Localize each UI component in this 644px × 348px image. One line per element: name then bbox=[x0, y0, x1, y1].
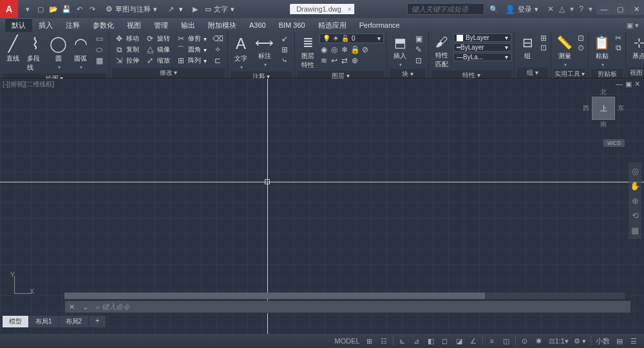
measure-button[interactable]: 📏测量▾ bbox=[554, 34, 575, 69]
layer-freeze-icon[interactable]: ❄ bbox=[340, 45, 349, 54]
new-icon[interactable]: ▢ bbox=[35, 3, 46, 15]
explode-button[interactable]: ✧ bbox=[211, 44, 225, 55]
ungroup-icon[interactable]: ⊞ bbox=[539, 34, 548, 43]
stretch-button[interactable]: ⇲拉伸 bbox=[112, 55, 142, 66]
steering-wheel-icon[interactable]: ◎ bbox=[632, 166, 639, 176]
mleader-button[interactable]: ⤷ bbox=[278, 55, 292, 66]
tab-add[interactable]: + bbox=[89, 316, 106, 327]
snap-toggle[interactable]: ☷ bbox=[377, 335, 390, 347]
3dosnap-toggle[interactable]: ◪ bbox=[453, 335, 466, 347]
cut-icon[interactable]: ✂ bbox=[614, 34, 623, 43]
viewcube-east[interactable]: 东 bbox=[618, 104, 624, 113]
annotation-scale[interactable]: ⚖ 1:1 ▾ bbox=[547, 335, 571, 347]
block-create-button[interactable]: ▣ bbox=[412, 34, 426, 44]
command-input[interactable]: ▹ 键入命令 bbox=[92, 302, 630, 312]
tab-output[interactable]: 输出 bbox=[175, 19, 202, 32]
polyline-button[interactable]: ⌇多段线 bbox=[24, 34, 47, 73]
quick-properties-toggle[interactable]: ▤ bbox=[613, 335, 626, 347]
paste-button[interactable]: 📋粘贴▾ bbox=[591, 34, 612, 69]
command-line[interactable]: ✕ ⌄ ▹ 键入命令 bbox=[64, 300, 631, 313]
isodraft-toggle[interactable]: ◧ bbox=[424, 335, 437, 347]
ellipse-button[interactable]: ⬭ bbox=[92, 44, 106, 55]
insert-block-button[interactable]: ⬒插入▾ bbox=[390, 34, 410, 69]
grid-toggle[interactable]: ⊞ bbox=[363, 335, 376, 347]
tab-manage[interactable]: 管理 bbox=[147, 19, 175, 32]
view-cube[interactable]: 北 西 上 东 南 bbox=[581, 88, 626, 139]
qselect-icon[interactable]: ⊙ bbox=[576, 43, 585, 52]
hatch-button[interactable]: ▦ bbox=[92, 55, 106, 66]
viewcube-top[interactable]: 上 bbox=[592, 97, 615, 120]
app-logo[interactable]: A bbox=[0, 0, 18, 18]
panel-title[interactable]: 块 ▾ bbox=[390, 69, 426, 79]
share-icon[interactable]: ↗ bbox=[165, 3, 176, 15]
table-button[interactable]: ⊞ bbox=[278, 44, 292, 55]
customization-button[interactable]: ☰ bbox=[627, 335, 640, 347]
dimension-button[interactable]: ⟷标注▾ bbox=[252, 34, 276, 69]
tab-model[interactable]: 模型 bbox=[3, 316, 28, 327]
arc-button[interactable]: ◠圆弧▾ bbox=[70, 34, 91, 72]
file-tab[interactable]: Drawing1.dwg × bbox=[290, 4, 354, 14]
panel-title[interactable]: 修改 ▾ bbox=[112, 68, 225, 78]
viewcube-south[interactable]: 南 bbox=[600, 120, 607, 129]
ortho-toggle[interactable]: ⊾ bbox=[396, 335, 409, 347]
vp-maximize-icon[interactable]: ▣ bbox=[625, 80, 632, 88]
signin-button[interactable]: 👤 登录 ▾ bbox=[500, 5, 544, 14]
tab-featured[interactable]: 精选应用 bbox=[312, 19, 353, 32]
copy-button[interactable]: ⧉复制 bbox=[112, 44, 142, 55]
units-display[interactable]: 小数 bbox=[594, 335, 612, 347]
undo-icon[interactable]: ↶ bbox=[73, 3, 85, 15]
block-attr-button[interactable]: ⊡ bbox=[412, 55, 426, 66]
maximize-button[interactable]: ▢ bbox=[612, 3, 628, 15]
tab-layout2[interactable]: 布局2 bbox=[59, 316, 89, 327]
tab-parametric[interactable]: 参数化 bbox=[86, 19, 120, 32]
minimize-button[interactable]: — bbox=[596, 3, 612, 15]
drawing-canvas[interactable]: [-][俯视][二维线框] — ▣ ✕ YX 北 西 上 东 南 WCS ◎ ✋… bbox=[0, 79, 644, 334]
redo-icon[interactable]: ↷ bbox=[86, 3, 98, 15]
tab-a360[interactable]: A360 bbox=[243, 19, 272, 31]
tab-addins[interactable]: 附加模块 bbox=[202, 19, 243, 32]
orbit-icon[interactable]: ⟲ bbox=[632, 211, 639, 220]
move-button[interactable]: ✥移动 bbox=[112, 34, 142, 44]
tab-bim360[interactable]: BIM 360 bbox=[272, 19, 312, 31]
transparency-toggle[interactable]: ◫ bbox=[500, 335, 513, 347]
tab-default[interactable]: 默认 bbox=[5, 18, 32, 32]
selection-cycling-toggle[interactable]: ⊙ bbox=[518, 335, 531, 347]
model-space-button[interactable]: MODEL bbox=[333, 335, 362, 347]
tab-insert[interactable]: 插入 bbox=[32, 19, 59, 32]
layer-iso-icon[interactable]: ◎ bbox=[330, 45, 339, 54]
viewport-label[interactable]: [-][俯视][二维线框] bbox=[3, 80, 54, 89]
text-button[interactable]: A文字▾ bbox=[231, 34, 251, 72]
ribbon-collapse-icon[interactable]: ▣ ▾ bbox=[627, 21, 644, 30]
layer-off-icon[interactable]: ⊘ bbox=[361, 45, 370, 54]
save-icon[interactable]: 💾 bbox=[61, 3, 72, 15]
group-button[interactable]: ⊟组 bbox=[517, 34, 538, 62]
trim-button[interactable]: ✂修剪 ▾ bbox=[174, 34, 209, 44]
play-icon[interactable]: ▶ bbox=[189, 3, 201, 15]
panel-title[interactable]: 剪贴板 bbox=[591, 69, 623, 79]
copy-clip-icon[interactable]: ⧉ bbox=[614, 43, 623, 52]
search-icon[interactable]: 🔍 bbox=[488, 3, 500, 15]
tab-view[interactable]: 视图 bbox=[120, 19, 147, 32]
panel-title[interactable]: 实用工具 ▾ bbox=[554, 69, 585, 79]
viewcube-west[interactable]: 西 bbox=[583, 104, 589, 113]
layer-walk-icon[interactable]: ⇄ bbox=[340, 56, 349, 65]
layer-prev-icon[interactable]: ↩ bbox=[330, 56, 339, 65]
tab-annotate[interactable]: 注释 bbox=[59, 19, 86, 32]
leader-button[interactable]: ↙ bbox=[278, 34, 292, 44]
cmd-close-icon[interactable]: ✕ bbox=[65, 303, 79, 311]
select-all-icon[interactable]: ⊡ bbox=[576, 34, 585, 43]
otrack-toggle[interactable]: ∠ bbox=[467, 335, 480, 347]
scale-button[interactable]: ⤢缩放 bbox=[143, 55, 173, 66]
search-input[interactable] bbox=[407, 3, 484, 15]
array-button[interactable]: ⊞阵列 ▾ bbox=[174, 55, 209, 66]
layer-match-icon[interactable]: ≋ bbox=[319, 56, 328, 65]
layer-lock-icon[interactable]: 🔒 bbox=[350, 45, 359, 54]
tab-layout1[interactable]: 布局1 bbox=[29, 316, 59, 327]
annotation-monitor-toggle[interactable]: ✱ bbox=[533, 335, 545, 347]
osnap-toggle[interactable]: ◻ bbox=[439, 335, 451, 347]
block-edit-button[interactable]: ✎ bbox=[412, 44, 426, 55]
fillet-button[interactable]: ⌒圆角 ▾ bbox=[174, 44, 209, 55]
pan-icon[interactable]: ✋ bbox=[630, 181, 640, 191]
wcs-badge[interactable]: WCS bbox=[603, 139, 625, 147]
zoom-extents-icon[interactable]: ⊕ bbox=[632, 196, 639, 206]
